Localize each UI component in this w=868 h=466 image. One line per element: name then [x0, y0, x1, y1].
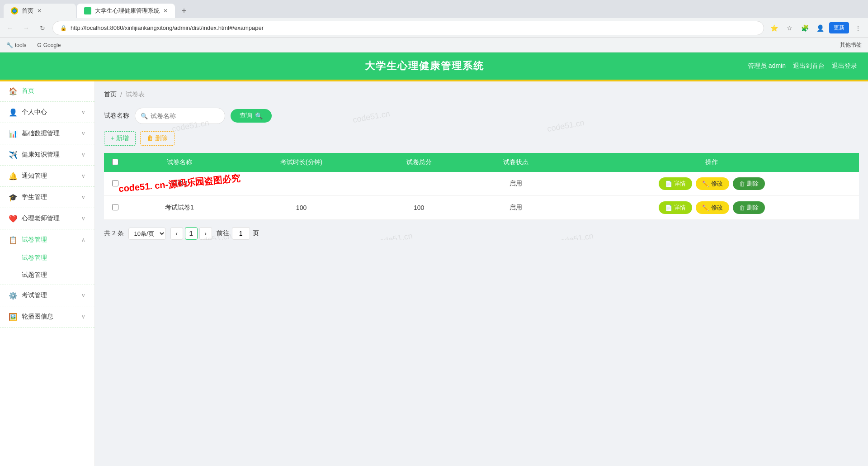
- sidebar-notify-label: 通知管理: [22, 172, 47, 180]
- bookmarks-bar: 🔧 tools G Google 其他书签: [0, 38, 868, 52]
- menu-icon[interactable]: ⋮: [852, 22, 864, 34]
- nav-back-button[interactable]: ←: [4, 22, 16, 34]
- sidebar-item-notify[interactable]: 🔔 通知管理 ∨: [0, 166, 94, 185]
- row1-edit-button[interactable]: ✏️ 修改: [696, 177, 729, 190]
- prev-page-button[interactable]: ‹: [170, 227, 183, 240]
- notify-icon: 🔔: [9, 172, 17, 180]
- goto-label: 前往: [217, 229, 229, 238]
- sidebar-sub-question-manage[interactable]: 试题管理: [0, 266, 94, 284]
- detail-icon: 📄: [665, 181, 672, 187]
- row1-select[interactable]: [112, 180, 118, 186]
- select-all-checkbox[interactable]: [112, 159, 118, 165]
- next-page-button[interactable]: ›: [199, 227, 212, 240]
- sidebar-item-home[interactable]: 🏠 首页: [0, 81, 94, 100]
- sidebar-item-profile[interactable]: 👤 个人中心 ∨: [0, 103, 94, 122]
- back-to-console-link[interactable]: 退出到首台: [793, 62, 825, 70]
- page-size-select[interactable]: 10条/页 20条/页 50条/页: [128, 228, 166, 240]
- row1-status: 启用: [467, 172, 565, 196]
- bookmark-google-label: Google: [43, 42, 61, 48]
- tab-active[interactable]: 大学生心理健康管理系统 ✕: [77, 4, 175, 18]
- bookmark-tools[interactable]: 🔧 tools: [4, 41, 29, 49]
- row2-edit-button[interactable]: ✏️ 修改: [696, 201, 729, 214]
- logout-link[interactable]: 退出登录: [832, 62, 857, 70]
- add-button[interactable]: + 新增: [104, 131, 136, 146]
- profile-icon[interactable]: ⭐: [768, 22, 780, 34]
- extension-icon[interactable]: 🧩: [798, 22, 811, 34]
- table-header-checkbox: [104, 153, 127, 172]
- admin-label: 管理员 admin: [748, 62, 786, 70]
- sidebar-item-carousel[interactable]: 🖼️ 轮播图信息 ∨: [0, 307, 94, 326]
- update-button[interactable]: 更新: [829, 22, 849, 33]
- goto-input[interactable]: [232, 227, 250, 240]
- row1-checkbox: [104, 172, 127, 196]
- nav-refresh-button[interactable]: ↻: [36, 22, 49, 34]
- col-name: 试卷名称: [127, 153, 232, 172]
- user-icon[interactable]: 👤: [814, 22, 826, 34]
- sidebar-item-student[interactable]: 🎓 学生管理 ∨: [0, 188, 94, 207]
- row1-name: 试卷2 code51. cn-源码乐园盗图必究: [127, 172, 232, 196]
- sidebar-item-health-knowledge[interactable]: ✈️ 健康知识管理 ∨: [0, 145, 94, 164]
- address-text: http://localhost:8080/xinlijiankangxiton…: [71, 24, 264, 31]
- carousel-icon: 🖼️: [9, 313, 17, 321]
- basic-data-arrow-icon: ∨: [81, 130, 85, 137]
- student-arrow-icon: ∨: [81, 194, 85, 200]
- batch-delete-button[interactable]: 🗑 删除: [140, 131, 175, 146]
- row1-edit-label: 修改: [711, 180, 723, 188]
- sidebar-test-manage-label: 考试管理: [22, 291, 47, 300]
- other-bookmarks[interactable]: 其他书签: [837, 40, 864, 50]
- sidebar-item-exam[interactable]: 📋 试卷管理 ∧: [0, 230, 94, 249]
- detail-icon2: 📄: [665, 204, 672, 211]
- exam-manage-label: 试卷管理: [22, 254, 47, 261]
- row2-del-label: 删除: [747, 204, 759, 212]
- row2-detail-label: 详情: [674, 204, 686, 212]
- col-actions: 操作: [565, 153, 859, 172]
- sidebar-profile-label: 个人中心: [22, 108, 47, 116]
- sidebar-item-basic-data[interactable]: 📊 基础数据管理 ∨: [0, 124, 94, 143]
- exam-icon: 📋: [9, 236, 17, 244]
- tab-home[interactable]: 首页 ✕: [4, 4, 76, 18]
- bookmark-google[interactable]: G Google: [34, 41, 63, 49]
- close-tab-active[interactable]: ✕: [163, 8, 168, 14]
- add-tab-button[interactable]: +: [178, 5, 190, 17]
- sidebar-item-teacher[interactable]: ❤️ 心理老师管理 ∨: [0, 209, 94, 228]
- sidebar-sub-exam-manage[interactable]: 试卷管理: [0, 249, 94, 266]
- search-label: 试卷名称: [104, 112, 129, 120]
- row1-duration: [232, 172, 371, 196]
- row1-detail-button[interactable]: 📄 详情: [659, 177, 692, 190]
- basic-data-icon: 📊: [9, 129, 17, 138]
- content-area: 首页 / 试卷表 code51.cn code51.cn code51.cn c…: [95, 81, 868, 466]
- row2-select[interactable]: [112, 204, 118, 210]
- tools-icon: 🔧: [6, 42, 13, 48]
- table-header: 试卷名称 考试时长(分钟) 试卷总分 试卷状态 操作: [104, 153, 859, 172]
- main-layout: 🏠 首页 👤 个人中心 ∨ 📊 基础数据管理 ∨ ✈️ 健康知识管理 ∨: [0, 81, 868, 466]
- row1-del-label: 删除: [747, 180, 759, 188]
- close-tab-home[interactable]: ✕: [37, 8, 42, 14]
- address-bar[interactable]: 🔒 http://localhost:8080/xinlijiankangxit…: [52, 21, 764, 35]
- search-input[interactable]: [151, 112, 219, 119]
- question-manage-label: 试题管理: [22, 271, 47, 278]
- row2-actions: 📄 详情 ✏️ 修改 🗑 删除: [565, 196, 859, 220]
- tab-active-label: 大学生心理健康管理系统: [95, 7, 160, 15]
- teacher-arrow-icon: ∨: [81, 215, 85, 222]
- sidebar-home-label: 首页: [22, 87, 34, 95]
- sidebar: 🏠 首页 👤 个人中心 ∨ 📊 基础数据管理 ∨ ✈️ 健康知识管理 ∨: [0, 81, 95, 466]
- nav-forward-button[interactable]: →: [20, 22, 33, 34]
- del-icon2: 🗑: [739, 204, 745, 211]
- bookmark-tools-label: tools: [15, 42, 26, 48]
- edit-icon: ✏️: [702, 181, 709, 187]
- search-btn-icon: 🔍: [255, 112, 263, 119]
- breadcrumb-home[interactable]: 首页: [104, 90, 117, 99]
- app-header: 大学生心理健康管理系统 管理员 admin 退出到首台 退出登录: [0, 52, 868, 80]
- student-icon: 🎓: [9, 193, 17, 201]
- header-title: 大学生心理健康管理系统: [365, 59, 484, 73]
- row2-detail-button[interactable]: 📄 详情: [659, 201, 692, 214]
- sidebar-basic-data-label: 基础数据管理: [22, 129, 60, 138]
- browser-chrome: 首页 ✕ 大学生心理健康管理系统 ✕ + ← → ↻ 🔒 http://loca…: [0, 0, 868, 52]
- row1-delete-button[interactable]: 🗑 删除: [733, 177, 765, 190]
- row2-delete-button[interactable]: 🗑 删除: [733, 201, 765, 214]
- bookmark-icon[interactable]: ☆: [783, 22, 796, 34]
- app-wrapper: 大学生心理健康管理系统 管理员 admin 退出到首台 退出登录 🏠 首页 👤 …: [0, 52, 868, 466]
- search-icon: 🔍: [141, 113, 148, 119]
- search-button[interactable]: 查询 🔍: [231, 109, 272, 123]
- sidebar-item-test-manage[interactable]: ⚙️ 考试管理 ∨: [0, 286, 94, 305]
